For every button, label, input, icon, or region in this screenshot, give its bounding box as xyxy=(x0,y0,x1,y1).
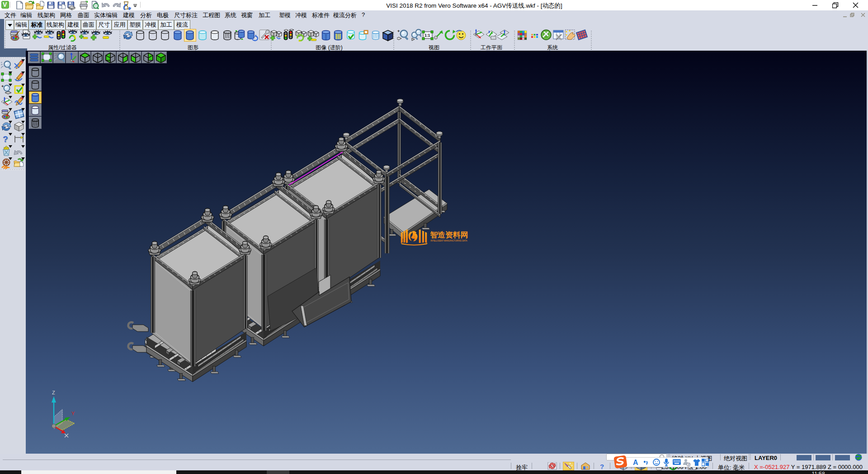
svg-text:A: A xyxy=(633,459,638,466)
svg-text:7: 7 xyxy=(688,463,690,466)
